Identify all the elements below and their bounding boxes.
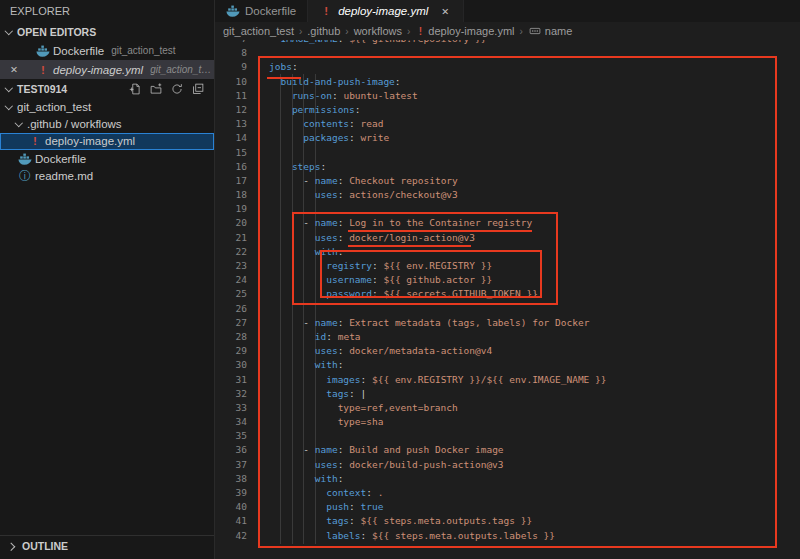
code-line-14[interactable]: 14 packages: write — [215, 131, 800, 145]
line-number[interactable]: 21 — [215, 231, 247, 245]
line-number[interactable]: 9 — [215, 60, 247, 74]
code-line-22[interactable]: 22 with: — [215, 245, 800, 259]
tree-item-deploy-image-yml[interactable]: !deploy-image.yml — [0, 133, 214, 150]
outline-header[interactable]: OUTLINE — [0, 535, 214, 556]
line-number[interactable]: 11 — [215, 89, 247, 103]
code-line-31[interactable]: 31 images: ${{ env.REGISTRY }}/${{ env.I… — [215, 373, 800, 387]
line-number[interactable]: 10 — [215, 75, 247, 89]
yaml-warning-icon: ! — [415, 26, 425, 37]
code-line-25[interactable]: 25 password: ${{ secrets.GITHUB_TOKEN }} — [215, 287, 800, 301]
code-line-42[interactable]: 42 labels: ${{ steps.meta.outputs.labels… — [215, 529, 800, 543]
line-number[interactable]: 33 — [215, 401, 247, 415]
line-number[interactable]: 37 — [215, 458, 247, 472]
line-number[interactable]: 22 — [215, 245, 247, 259]
code-line-23[interactable]: 23 registry: ${{ env.REGISTRY }} — [215, 259, 800, 273]
code-line-27[interactable]: 27 - name: Extract metadata (tags, label… — [215, 316, 800, 330]
chevron-down-icon — [4, 84, 14, 94]
code-line-28[interactable]: 28 id: meta — [215, 330, 800, 344]
code-line-30[interactable]: 30 with: — [215, 358, 800, 372]
line-number[interactable]: 25 — [215, 287, 247, 301]
line-number[interactable]: 42 — [215, 529, 247, 543]
sidebar-title: EXPLORER — [10, 5, 70, 17]
tree-item-readme-md[interactable]: ⓘreadme.md — [0, 168, 214, 185]
yaml-warning-icon: ! — [36, 64, 50, 76]
line-number[interactable]: 15 — [215, 146, 247, 160]
line-number[interactable]: 35 — [215, 429, 247, 443]
code-line-19[interactable]: 19 — [215, 202, 800, 216]
line-number[interactable]: 23 — [215, 259, 247, 273]
line-number[interactable]: 12 — [215, 103, 247, 117]
line-number[interactable]: 28 — [215, 330, 247, 344]
code-line-16[interactable]: 16 steps: — [215, 160, 800, 174]
code-line-32[interactable]: 32 tags: | — [215, 387, 800, 401]
line-content: images: ${{ env.REGISTRY }}/${{ env.IMAG… — [247, 373, 607, 387]
line-number[interactable]: 27 — [215, 316, 247, 330]
breadcrumb-item-workflows[interactable]: workflows — [354, 25, 402, 37]
breadcrumb-item-name[interactable]: name — [528, 25, 573, 37]
line-number[interactable]: 14 — [215, 131, 247, 145]
code-line-24[interactable]: 24 username: ${{ github.actor }} — [215, 273, 800, 287]
code-line-26[interactable]: 26 — [215, 302, 800, 316]
tree-item-git-action-test[interactable]: git_action_test — [0, 98, 214, 115]
line-number[interactable]: 13 — [215, 117, 247, 131]
line-number[interactable]: 18 — [215, 188, 247, 202]
code-line-11[interactable]: 11 runs-on: ubuntu-latest — [215, 89, 800, 103]
code-line-9[interactable]: 9jobs: — [215, 60, 800, 74]
code-line-35[interactable]: 35 — [215, 429, 800, 443]
line-number[interactable]: 20 — [215, 216, 247, 230]
code-line-39[interactable]: 39 context: . — [215, 486, 800, 500]
new-folder-icon[interactable] — [149, 83, 163, 95]
line-number[interactable]: 40 — [215, 500, 247, 514]
line-number[interactable]: 39 — [215, 486, 247, 500]
line-number[interactable]: 8 — [215, 46, 247, 60]
code-line-34[interactable]: 34 type=sha — [215, 415, 800, 429]
tree-item-github-workflows[interactable]: .github / workflows — [0, 115, 214, 132]
collapse-all-icon[interactable] — [191, 83, 205, 95]
line-number[interactable]: 26 — [215, 302, 247, 316]
file-description: git_action_test — [111, 45, 176, 56]
open-editor-deploy-image-yml[interactable]: ✕!deploy-image.ymlgit_action_test/... — [0, 60, 214, 79]
code-line-38[interactable]: 38 with: — [215, 472, 800, 486]
line-number[interactable]: 36 — [215, 443, 247, 457]
code-line-33[interactable]: 33 type=ref,event=branch — [215, 401, 800, 415]
code-line-21[interactable]: 21 uses: docker/login-action@v3 — [215, 231, 800, 245]
breadcrumb-item-git-action-test[interactable]: git_action_test — [223, 25, 294, 37]
code-line-17[interactable]: 17 - name: Checkout repository — [215, 174, 800, 188]
code-line-10[interactable]: 10 build-and-push-image: — [215, 75, 800, 89]
code-line-12[interactable]: 12 permissions: — [215, 103, 800, 117]
breadcrumb-item-deploy-image-yml[interactable]: !deploy-image.yml — [415, 25, 514, 37]
line-number[interactable]: 38 — [215, 472, 247, 486]
close-editor-button[interactable]: ✕ — [7, 60, 21, 79]
open-editor-dockerfile[interactable]: Dockerfilegit_action_test — [0, 41, 214, 60]
code-line-40[interactable]: 40 push: true — [215, 500, 800, 514]
line-number[interactable]: 32 — [215, 387, 247, 401]
close-tab-button[interactable]: ✕ — [438, 5, 452, 17]
line-number[interactable]: 34 — [215, 415, 247, 429]
open-editors-header[interactable]: OPEN EDITORS — [0, 22, 214, 41]
code-line-36[interactable]: 36 - name: Build and push Docker image — [215, 443, 800, 457]
code-line-41[interactable]: 41 tags: ${{ steps.meta.outputs.tags }} — [215, 514, 800, 528]
code-line-13[interactable]: 13 contents: read — [215, 117, 800, 131]
refresh-icon[interactable] — [170, 83, 184, 95]
code-line-15[interactable]: 15 — [215, 146, 800, 160]
line-number[interactable]: 41 — [215, 514, 247, 528]
breadcrumb-item-github[interactable]: .github — [307, 25, 340, 37]
code-line-20[interactable]: 20 - name: Log in to the Container regis… — [215, 216, 800, 230]
line-number[interactable]: 17 — [215, 174, 247, 188]
workspace-folder-header[interactable]: TEST0914 — [0, 79, 214, 98]
code-line-18[interactable]: 18 uses: actions/checkout@v3 — [215, 188, 800, 202]
code-editor[interactable]: 7 IMAGE_NAME: ${{ github.repository }}89… — [215, 40, 800, 559]
tab-deploy-image-yml[interactable]: !deploy-image.yml✕ — [308, 0, 464, 22]
new-file-icon[interactable] — [128, 83, 142, 95]
line-number[interactable]: 30 — [215, 358, 247, 372]
line-number[interactable]: 31 — [215, 373, 247, 387]
tab-dockerfile[interactable]: Dockerfile — [215, 0, 308, 22]
code-line-8[interactable]: 8 — [215, 46, 800, 60]
code-line-29[interactable]: 29 uses: docker/metadata-action@v4 — [215, 344, 800, 358]
line-number[interactable]: 16 — [215, 160, 247, 174]
line-number[interactable]: 24 — [215, 273, 247, 287]
line-number[interactable]: 29 — [215, 344, 247, 358]
code-line-37[interactable]: 37 uses: docker/build-push-action@v3 — [215, 458, 800, 472]
tree-item-dockerfile[interactable]: Dockerfile — [0, 150, 214, 167]
line-number[interactable]: 19 — [215, 202, 247, 216]
